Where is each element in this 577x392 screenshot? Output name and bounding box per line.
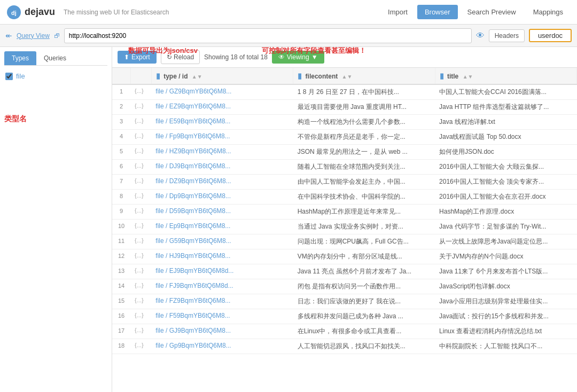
title-cell-12: 关于JVM内存的N个问题.docx — [435, 249, 576, 264]
row-num-12: 12 — [112, 249, 130, 264]
table-row: 2 {...} file / EZ9BqmYB6tQ6M8... 最近项目需要使… — [112, 100, 577, 115]
content-cell-10: 当通过 Java 实现业务实例时，对资... — [293, 219, 435, 234]
content-cell-13: Java 11 亮点 虽然6个月前才发布了 Ja... — [293, 264, 435, 279]
row-num-3: 3 — [112, 115, 130, 130]
type-id-cell-6[interactable]: file / DJ9BqmYB6tQ6M8... — [151, 160, 293, 175]
logo: dj dejavu — [6, 5, 55, 20]
url-input[interactable] — [64, 28, 472, 43]
content-cell-12: VM的内存划分中，有部分区域是线... — [293, 249, 435, 264]
expand-btn-18[interactable]: {...} — [130, 339, 151, 354]
query-view-link[interactable]: Query View — [17, 32, 50, 40]
expand-btn-15[interactable]: {...} — [130, 294, 151, 309]
annotation-viewing: 可控制对所有字段查看甚至编辑！ — [262, 47, 366, 56]
expand-btn-2[interactable]: {...} — [130, 100, 151, 115]
expand-btn-8[interactable]: {...} — [130, 190, 151, 205]
title-cell-1: 中国人工智能大会CCAI 2016圆满落... — [435, 84, 576, 100]
type-id-cell-8[interactable]: file / Dp9BqmYB6tQ6M8... — [151, 190, 293, 205]
expand-btn-4[interactable]: {...} — [130, 130, 151, 145]
type-id-cell-5[interactable]: file / HZ9BqmYB6tQ6M8... — [151, 145, 293, 160]
content-cell-18: 人工智能切忌跟风，找风口不如找关... — [293, 339, 435, 354]
row-num-9: 9 — [112, 205, 130, 219]
table-row: 3 {...} file / E59BqmYB6tQ6M8... 构造一个线程池… — [112, 115, 577, 130]
type-checkbox-file[interactable] — [5, 73, 13, 80]
filter-icon-content: ▮ — [298, 72, 302, 80]
row-num-16: 16 — [112, 309, 130, 324]
content-cell-7: 由中国人工智能学会发起主办，中国... — [293, 175, 435, 190]
expand-btn-12[interactable]: {...} — [130, 249, 151, 264]
table-row: 8 {...} file / Dp9BqmYB6tQ6M8... 在中国科学技术… — [112, 190, 577, 205]
col-type-id-label: type / id — [163, 73, 188, 80]
eye-icon[interactable]: 👁 — [476, 31, 485, 41]
type-id-cell-2[interactable]: file / EZ9BqmYB6tQ6M8... — [151, 100, 293, 115]
expand-btn-1[interactable]: {...} — [130, 84, 151, 100]
type-id-cell-17[interactable]: file / GJ9BqmYB6tQ6M8... — [151, 324, 293, 339]
expand-btn-16[interactable]: {...} — [130, 309, 151, 324]
col-filecontent-label: filecontent — [306, 73, 338, 80]
expand-btn-5[interactable]: {...} — [130, 145, 151, 160]
row-num-10: 10 — [112, 219, 130, 234]
type-id-cell-14[interactable]: file / FJ9BqmYB6tQ6M8d... — [151, 279, 293, 294]
filter-icon-type: ▮ — [156, 72, 160, 80]
share-icon[interactable]: ↞ — [5, 31, 12, 41]
expand-btn-6[interactable]: {...} — [130, 160, 151, 175]
headers-button[interactable]: Headers — [489, 29, 525, 42]
table-row: 16 {...} file / F59BqmYB6tQ6M8... 多线程和并发… — [112, 309, 577, 324]
expand-btn-14[interactable]: {...} — [130, 279, 151, 294]
type-id-cell-12[interactable]: file / HJ9BqmYB6tQ6M8... — [151, 249, 293, 264]
type-id-cell-3[interactable]: file / E59BqmYB6tQ6M8... — [151, 115, 293, 130]
title-cell-8: 2016中国人工智能大会在京召开.docx — [435, 190, 576, 205]
row-num-11: 11 — [112, 234, 130, 249]
type-id-cell-10[interactable]: file / Ep9BqmYB6tQ6M8... — [151, 219, 293, 234]
title-cell-17: Linux 查看进程消耗内存情况总结.txt — [435, 324, 576, 339]
title-cell-13: Java 11来了 6个月来发布首个LTS版... — [435, 264, 576, 279]
sidebar: Types Queries file 类型名 — [0, 47, 112, 392]
table-row: 4 {...} file / Fp9BqmYB6tQ6M8... 不管你是新程序… — [112, 130, 577, 145]
content-cell-16: 多线程和并发问题已成为各种 Java ... — [293, 309, 435, 324]
type-id-cell-11[interactable]: file / G59BqmYB6tQ6M8... — [151, 234, 293, 249]
index-name-box[interactable]: userdoc — [529, 29, 572, 42]
title-cell-14: JavaScript闭包详解.docx — [435, 279, 576, 294]
type-id-cell-7[interactable]: file / DZ9BqmYB6tQ6M8... — [151, 175, 293, 190]
type-id-cell-15[interactable]: file / FZ9BqmYB6tQ6M8... — [151, 294, 293, 309]
type-id-cell-16[interactable]: file / F59BqmYB6tQ6M8... — [151, 309, 293, 324]
tab-queries[interactable]: Queries — [36, 51, 74, 65]
expand-btn-11[interactable]: {...} — [130, 234, 151, 249]
table-row: 18 {...} file / Gp9BqmYB6tQ6M8... 人工智能切忌… — [112, 339, 577, 354]
nav-mappings[interactable]: Mappings — [526, 5, 571, 19]
type-id-cell-18[interactable]: file / Gp9BqmYB6tQ6M8... — [151, 339, 293, 354]
type-id-cell-9[interactable]: file / D59BqmYB6tQ6M8... — [151, 205, 293, 219]
expand-btn-17[interactable]: {...} — [130, 324, 151, 339]
svg-text:dj: dj — [11, 10, 17, 16]
table-row: 11 {...} file / G59BqmYB6tQ6M8... 问题出现：现… — [112, 234, 577, 249]
title-cell-10: Java 代码字节：足智多谋的 Try-Wit... — [435, 219, 576, 234]
data-table: ▮ type / id ▲▼ ▮ filecontent ▲▼ ▮ title — [112, 68, 577, 392]
nav-browser[interactable]: Browser — [417, 5, 458, 19]
content-cell-14: 闭包 是指有权访问另一个函数作用... — [293, 279, 435, 294]
expand-btn-7[interactable]: {...} — [130, 175, 151, 190]
type-id-cell-13[interactable]: file / EJ9BqmYB6tQ6M8d... — [151, 264, 293, 279]
header-tagline: The missing web UI for Elasticsearch — [64, 9, 169, 16]
tab-types[interactable]: Types — [4, 51, 36, 65]
content-cell-11: 问题出现：现网CPU飙高，Full GC告... — [293, 234, 435, 249]
table-row: 14 {...} file / FJ9BqmYB6tQ6M8d... 闭包 是指… — [112, 279, 577, 294]
type-id-cell-1[interactable]: file / GZ9BqmYB6tQ6M8... — [151, 84, 293, 100]
col-title-label: title — [447, 73, 458, 80]
row-num-15: 15 — [112, 294, 130, 309]
expand-btn-13[interactable]: {...} — [130, 264, 151, 279]
row-num-5: 5 — [112, 145, 130, 160]
type-label-file: file — [16, 72, 25, 80]
header: dj dejavu The missing web UI for Elastic… — [0, 0, 577, 25]
expand-btn-10[interactable]: {...} — [130, 219, 151, 234]
title-cell-9: HashMap的工作原理.docx — [435, 205, 576, 219]
expand-btn-3[interactable]: {...} — [130, 115, 151, 130]
type-id-cell-4[interactable]: file / Fp9BqmYB6tQ6M8... — [151, 130, 293, 145]
title-cell-11: 从一次线上故障思考Java问题定位思... — [435, 234, 576, 249]
nav-import[interactable]: Import — [380, 5, 415, 19]
nav-search-preview[interactable]: Search Preview — [460, 5, 524, 19]
main-layout: Types Queries file 类型名 数据可导出为json/csv 可控… — [0, 47, 577, 392]
table-row: 15 {...} file / FZ9BqmYB6tQ6M8... 日志：我们应… — [112, 294, 577, 309]
title-cell-7: 2016中国人工智能大会 顶尖专家齐... — [435, 175, 576, 190]
expand-btn-9[interactable]: {...} — [130, 205, 151, 219]
col-type-id: ▮ type / id ▲▼ — [151, 68, 293, 84]
content-cell-6: 随着人工智能在全球范围内受到关注... — [293, 160, 435, 175]
